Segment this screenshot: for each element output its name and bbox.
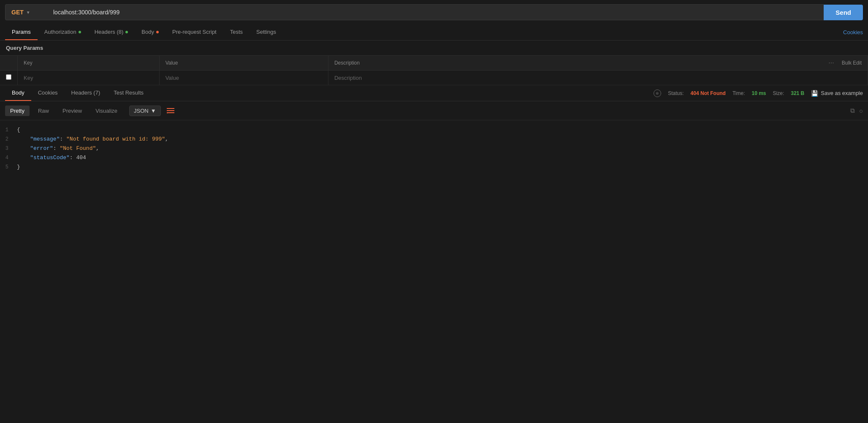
th-description: Description ··· Bulk Edit: [328, 56, 868, 70]
response-tab-body[interactable]: Body: [5, 85, 31, 101]
filter-icon-button[interactable]: [164, 105, 177, 117]
send-button[interactable]: Send: [824, 5, 863, 20]
method-chevron-icon: ▼: [26, 10, 30, 15]
tab-params-label: Params: [12, 29, 31, 35]
copy-button[interactable]: ⧉: [850, 107, 855, 114]
key-error: "error": [30, 145, 53, 152]
format-select-label: JSON: [134, 108, 149, 114]
cookie-link[interactable]: Cookies: [843, 25, 863, 40]
format-bar: Pretty Raw Preview Visualize JSON ▼: [0, 101, 868, 120]
code-line-2: 2 "message": "Not found board with id: 9…: [0, 135, 868, 144]
format-tab-visualize-label: Visualize: [95, 108, 117, 114]
save-example-button[interactable]: 💾 Save as example: [811, 90, 863, 97]
key-placeholder: Key: [24, 75, 33, 81]
code-line-4: 4 "statusCode": 404: [0, 153, 868, 163]
save-icon: 💾: [811, 90, 818, 97]
time-value: 10 ms: [752, 90, 766, 96]
tab-params[interactable]: Params: [5, 24, 38, 40]
format-tab-pretty-label: Pretty: [10, 108, 24, 114]
line-num-1: 1: [0, 126, 17, 134]
filter-lines-icon: [167, 107, 174, 114]
bulk-edit-button[interactable]: Bulk Edit: [842, 60, 862, 66]
tab-authorization[interactable]: Authorization: [38, 24, 88, 40]
code-line-3: 3 "error": "Not Found",: [0, 144, 868, 153]
body-dot: [156, 31, 159, 33]
line-num-4: 4: [0, 154, 17, 162]
code-content-3: "error": "Not Found",: [17, 144, 868, 153]
size-label: Size:: [773, 90, 784, 96]
description-placeholder: Description: [334, 75, 362, 81]
key-statuscode: "statusCode": [30, 155, 70, 161]
query-params-title: Query Params: [0, 41, 868, 55]
response-meta: ⊕ Status: 404 Not Found Time: 10 ms Size…: [654, 89, 863, 97]
th-checkbox: [0, 56, 18, 70]
value-error: "Not Found": [60, 145, 96, 152]
tab-body-label: Body: [141, 29, 154, 35]
format-tab-raw-label: Raw: [38, 108, 49, 114]
tab-prerequest-label: Pre-request Script: [172, 29, 217, 35]
line-num-3: 3: [0, 144, 17, 153]
th-key: Key: [18, 56, 160, 70]
tab-settings[interactable]: Settings: [250, 24, 283, 40]
response-tabs-row: Body Cookies Headers (7) Test Results ⊕ …: [0, 85, 868, 101]
main-content: Params Authorization Headers (8) Body Pr…: [0, 24, 868, 423]
code-content-4: "statusCode": 404: [17, 153, 868, 163]
right-icons: ⧉ ○: [850, 107, 863, 114]
more-options-button[interactable]: ···: [825, 59, 837, 67]
url-input[interactable]: [47, 4, 824, 20]
value-message: "Not found board with id: 999": [66, 136, 165, 142]
key-cell[interactable]: Key: [18, 70, 160, 85]
th-description-label: Description: [334, 60, 360, 66]
close-brace: }: [17, 164, 20, 170]
headers-dot: [125, 31, 128, 33]
authorization-dot: [79, 31, 81, 33]
tab-headers[interactable]: Headers (8): [88, 24, 135, 40]
description-cell[interactable]: Description: [328, 70, 868, 85]
response-tab-testresults-label: Test Results: [114, 89, 144, 96]
code-line-5: 5 }: [0, 163, 868, 172]
row-checkbox-input[interactable]: [6, 74, 11, 80]
code-line-1: 1 {: [0, 125, 868, 135]
response-tab-headers-label: Headers (7): [71, 89, 100, 96]
size-value: 321 B: [791, 90, 804, 96]
code-content-1: {: [17, 125, 868, 135]
tab-settings-label: Settings: [256, 29, 276, 35]
value-statuscode: 404: [76, 155, 86, 161]
format-tab-preview-label: Preview: [62, 108, 82, 114]
status-value: 404 Not Found: [691, 90, 726, 96]
open-brace: {: [17, 127, 20, 133]
line-num-5: 5: [0, 163, 17, 171]
response-tab-body-label: Body: [12, 89, 24, 96]
request-tabs-row: Params Authorization Headers (8) Body Pr…: [0, 24, 868, 41]
response-tab-testresults[interactable]: Test Results: [107, 85, 150, 101]
tab-tests[interactable]: Tests: [223, 24, 250, 40]
time-label: Time:: [732, 90, 745, 96]
tab-body[interactable]: Body: [135, 24, 165, 40]
code-content-2: "message": "Not found board with id: 999…: [17, 135, 868, 144]
response-tab-cookies[interactable]: Cookies: [31, 85, 65, 101]
status-label: Status:: [668, 90, 684, 96]
code-view: 1 { 2 "message": "Not found board with i…: [0, 120, 868, 177]
params-table: Key Value Description ··· Bulk Edit: [0, 55, 868, 85]
lower-section: Body Cookies Headers (7) Test Results ⊕ …: [0, 85, 868, 423]
format-tab-pretty[interactable]: Pretty: [5, 106, 30, 116]
response-tab-cookies-label: Cookies: [38, 89, 58, 96]
search-button[interactable]: ○: [859, 107, 863, 114]
value-placeholder: Value: [165, 75, 179, 81]
format-tab-raw[interactable]: Raw: [33, 106, 54, 116]
method-select[interactable]: GET ▼: [5, 4, 47, 20]
method-label: GET: [11, 9, 24, 16]
svg-point-3: [167, 112, 168, 114]
response-tab-headers[interactable]: Headers (7): [65, 85, 107, 101]
format-tab-visualize[interactable]: Visualize: [90, 106, 122, 116]
key-message: "message": [30, 136, 60, 142]
format-select-chevron: ▼: [151, 108, 156, 114]
tab-prerequest[interactable]: Pre-request Script: [165, 24, 223, 40]
value-cell[interactable]: Value: [159, 70, 328, 85]
tab-tests-label: Tests: [230, 29, 243, 35]
url-bar: GET ▼ Send: [0, 0, 868, 24]
format-tab-preview[interactable]: Preview: [57, 106, 87, 116]
row-checkbox[interactable]: [0, 70, 18, 85]
format-select[interactable]: JSON ▼: [129, 106, 161, 116]
save-example-label: Save as example: [821, 90, 863, 96]
